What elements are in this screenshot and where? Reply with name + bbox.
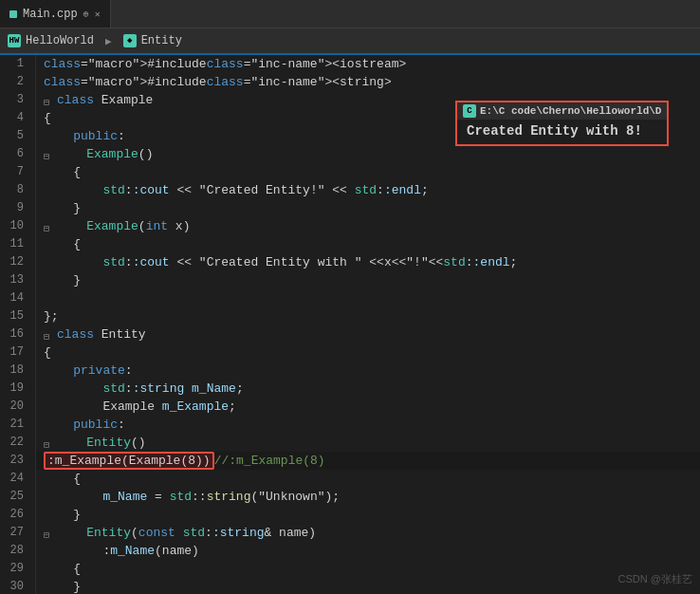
code-line: {: [36, 163, 700, 181]
line-number: 17: [0, 343, 28, 362]
line-number: 28: [0, 542, 28, 560]
line-number: 14: [0, 289, 28, 307]
line-number: 24: [0, 470, 28, 488]
fold-icon[interactable]: ⊟: [44, 527, 57, 540]
line-number: 1: [0, 55, 28, 73]
line-number: 4: [0, 109, 28, 127]
line-number: 19: [0, 380, 28, 398]
popup-header-text: E:\C code\Cherno\Helloworld\D: [480, 105, 661, 117]
line-number: 16: [0, 325, 28, 343]
code-line: {: [36, 470, 700, 488]
line-number: 2: [0, 73, 28, 91]
popup-header: C E:\C code\Cherno\Helloworld\D: [457, 102, 667, 120]
tab-pin-icon[interactable]: ⊕: [83, 9, 89, 20]
tab-label: Main.cpp: [23, 8, 78, 21]
tab-icon: [9, 10, 17, 18]
code-line: std::cout << "Created Entity!" << std::e…: [36, 181, 700, 199]
line-number: 11: [0, 235, 28, 253]
code-line: std::cout << "Created Entity with " <<x<…: [36, 253, 700, 271]
title-section-label: Entity: [141, 34, 182, 47]
title-section: ◆ Entity: [123, 34, 182, 47]
line-numbers: 1234567891011121314151617181920212223242…: [0, 55, 36, 594]
code-line: };: [36, 307, 700, 325]
code-line: Example m_Example;: [36, 398, 700, 416]
line-number: 12: [0, 253, 28, 271]
code-line: ⊟ Entity(const std::string& name): [36, 524, 700, 542]
line-number: 21: [0, 416, 28, 434]
code-line: [36, 289, 700, 307]
code-line: }: [36, 199, 700, 217]
code-line: ⊟ Entity(): [36, 434, 700, 452]
code-line: class="macro">#includeclass="inc-name"><…: [36, 55, 700, 73]
line-number: 15: [0, 307, 28, 325]
code-line: class="macro">#includeclass="inc-name"><…: [36, 73, 700, 91]
line-number: 22: [0, 434, 28, 452]
watermark: CSDN @张桂艺: [618, 572, 692, 586]
popup-output: C E:\C code\Cherno\Helloworld\D Created …: [455, 101, 669, 146]
fold-icon[interactable]: ⊟: [44, 328, 57, 342]
line-number: 7: [0, 163, 28, 181]
line-number: 10: [0, 217, 28, 235]
code-line: {: [36, 343, 700, 362]
line-number: 6: [0, 145, 28, 163]
line-number: 23: [0, 452, 28, 470]
line-number: 13: [0, 271, 28, 289]
title-file: HW HelloWorld: [8, 34, 94, 47]
fold-icon[interactable]: ⊟: [44, 436, 57, 450]
line-number: 5: [0, 127, 28, 145]
line-number: 26: [0, 506, 28, 524]
tab-main-cpp[interactable]: Main.cpp ⊕ ✕: [0, 0, 111, 28]
line-number: 18: [0, 362, 28, 380]
fold-icon[interactable]: ⊟: [44, 148, 57, 161]
code-line: private:: [36, 362, 700, 380]
line-number: 20: [0, 398, 28, 416]
editor: 1234567891011121314151617181920212223242…: [0, 55, 700, 594]
tab-bar: Main.cpp ⊕ ✕: [0, 0, 700, 28]
line-number: 25: [0, 488, 28, 506]
fold-icon[interactable]: ⊟: [44, 220, 57, 233]
code-line: :m_Example(Example(8))//:m_Example(8): [36, 452, 700, 470]
popup-icon: C: [463, 104, 476, 118]
code-line: {: [36, 560, 700, 578]
code-line: }: [36, 506, 700, 524]
tab-close-icon[interactable]: ✕: [95, 9, 101, 20]
line-number: 30: [0, 578, 28, 594]
title-bar: HW HelloWorld ▶ ◆ Entity: [0, 28, 700, 55]
line-number: 3: [0, 91, 28, 109]
code-line: :m_Name(name): [36, 542, 700, 560]
code-line: ⊟ Example(): [36, 145, 700, 163]
code-line: ⊟class Entity: [36, 325, 700, 343]
line-number: 29: [0, 560, 28, 578]
line-number: 27: [0, 524, 28, 542]
code-line: public:: [36, 416, 700, 434]
code-line: m_Name = std::string("Unknown");: [36, 488, 700, 506]
code-line: {: [36, 235, 700, 253]
code-line: std::string m_Name;: [36, 380, 700, 398]
code-line: ⊟ Example(int x): [36, 217, 700, 235]
breadcrumb-arrow: ▶: [105, 35, 112, 47]
popup-content: Created Entity with 8!: [467, 123, 642, 139]
fold-icon[interactable]: ⊟: [44, 94, 57, 107]
line-number: 9: [0, 199, 28, 217]
code-line: }: [36, 578, 700, 594]
code-line: }: [36, 271, 700, 289]
helloworld-icon: HW: [8, 34, 21, 47]
title-file-label: HelloWorld: [26, 34, 94, 47]
line-number: 8: [0, 181, 28, 199]
entity-icon: ◆: [123, 34, 137, 47]
